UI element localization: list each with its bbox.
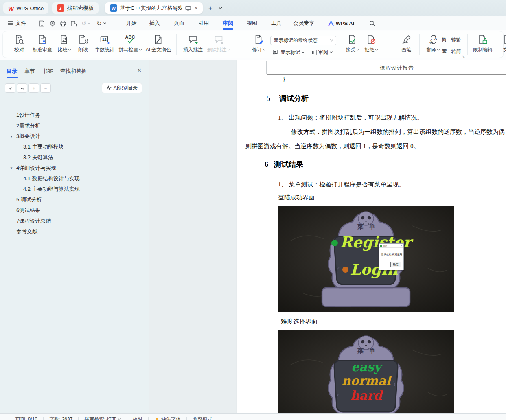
menu-file[interactable]: 文件 bbox=[7, 16, 28, 30]
sidebar-tab-find-replace[interactable]: 查找和替换 bbox=[60, 68, 87, 75]
redo-chevron-icon[interactable] bbox=[103, 20, 107, 27]
status-page-number[interactable]: 页面: 8/10 bbox=[15, 416, 37, 420]
toc-zoom-out-button[interactable]: − bbox=[40, 83, 51, 93]
tab-list-chevron-icon[interactable] bbox=[216, 4, 225, 13]
toc-item[interactable]: 6测试结果 bbox=[0, 205, 149, 216]
pen-icon bbox=[401, 34, 412, 45]
compare-button[interactable]: 比较 bbox=[58, 34, 71, 52]
print-icon[interactable] bbox=[59, 20, 67, 27]
paragraph: 1、 菜单测试：检验打开程序是否有菜单呈现。 bbox=[278, 181, 405, 188]
spell-check-button[interactable]: ABC 拼写检查 bbox=[119, 34, 142, 52]
game-menu-title: 菜单 bbox=[352, 347, 380, 355]
revision-button[interactable]: 修订 bbox=[252, 34, 266, 52]
delete-comment-button[interactable]: 删除批注 bbox=[207, 34, 230, 52]
close-tab-icon[interactable]: × bbox=[195, 5, 198, 11]
toc-zoom-in-button[interactable]: ＋ bbox=[28, 83, 39, 93]
toc-collapse-button[interactable] bbox=[5, 83, 15, 93]
translate-icon: 文A bbox=[428, 34, 438, 45]
show-markup-button[interactable]: 显示标记 bbox=[273, 49, 304, 56]
redo-icon[interactable]: ↻ bbox=[95, 20, 103, 27]
header-margin-mark bbox=[256, 74, 266, 74]
code-brace: } bbox=[283, 76, 285, 83]
image-caption: 难度选择界面 bbox=[281, 318, 318, 326]
print-preview-icon[interactable] bbox=[70, 20, 77, 27]
ai-recognize-toc-button[interactable]: AI识别目录 bbox=[102, 83, 142, 93]
toc-item[interactable]: ▼4详细设计与实现 bbox=[0, 163, 149, 173]
translate-button[interactable]: 文A 翻译 bbox=[427, 34, 440, 52]
toc-item[interactable]: 1设计任务 bbox=[0, 110, 149, 120]
collapse-ribbon-icon[interactable]: ↘ bbox=[462, 55, 465, 59]
menu-home[interactable]: 开始 bbox=[125, 16, 138, 30]
tab-document[interactable]: W 基于C++实现的九宫格游戏的 × bbox=[105, 2, 203, 14]
embedded-image-login-success[interactable]: 菜单 Register Login 消息 × 登录成功,欢迎使用 确定 bbox=[278, 206, 454, 312]
document-area[interactable]: 课程设计报告 } 5调试分析 1、 出现问题：将拼图块打乱后，可能出现无解情况。… bbox=[149, 60, 506, 413]
to-simplified-button[interactable]: 繁→ 转简 bbox=[442, 48, 461, 55]
tab-template-store[interactable]: 找稻壳模板 bbox=[52, 2, 99, 14]
document-page[interactable]: 课程设计报告 } 5调试分析 1、 出现问题：将拼图块打乱后，可能出现无解情况。… bbox=[237, 60, 506, 413]
menu-insert[interactable]: 插入 bbox=[148, 16, 162, 30]
review-pane-icon bbox=[311, 50, 317, 55]
ai-polish-icon bbox=[153, 34, 164, 45]
menu-membership[interactable]: 会员专享 bbox=[291, 16, 316, 30]
read-aloud-button[interactable]: 朗读 bbox=[78, 34, 88, 52]
toc-item[interactable]: 4.2 主要功能与算法实现 bbox=[0, 184, 149, 195]
markup-state-select[interactable]: 显示标记的最终状态 bbox=[270, 36, 336, 45]
toc-item[interactable]: ▼3概要设计 bbox=[0, 131, 149, 142]
toc-item[interactable]: 4.1 数据结构设计与实现 bbox=[0, 173, 149, 184]
toc-expand-button[interactable] bbox=[17, 83, 27, 93]
save-icon[interactable] bbox=[38, 20, 46, 27]
pen-button[interactable]: 画笔 bbox=[401, 34, 412, 52]
status-compat-mode[interactable]: 兼容模式 bbox=[193, 416, 212, 420]
sidebar-close-icon[interactable]: × bbox=[138, 67, 141, 74]
status-spell-check[interactable]: 拼写检查: 打开 bbox=[84, 416, 121, 420]
proofread-button[interactable]: 校对 bbox=[14, 34, 24, 52]
sidebar-tab-toc[interactable]: 目录 bbox=[7, 68, 17, 75]
undo-chevron-icon[interactable] bbox=[87, 20, 91, 27]
status-proofread[interactable]: 校对 bbox=[133, 416, 142, 420]
new-tab-button[interactable]: + bbox=[206, 4, 215, 13]
jian-icon: 简→ bbox=[442, 37, 450, 43]
body-row: 目录 章节 书签 查找和替换 × ＋ − AI识别目录 1设计任务 2需求分析 … bbox=[0, 60, 506, 413]
tab-wps-office[interactable]: W WPS Office bbox=[3, 2, 48, 14]
insert-comment-button[interactable]: 插入批注 bbox=[183, 34, 203, 52]
svg-text:A: A bbox=[434, 37, 437, 41]
menu-page[interactable]: 页面 bbox=[172, 16, 186, 30]
toc-item[interactable]: 5 调试分析 bbox=[0, 195, 149, 205]
menu-view[interactable]: 视图 bbox=[245, 16, 259, 30]
search-icon[interactable] bbox=[368, 20, 376, 27]
standard-review-button[interactable]: 标准审查 bbox=[33, 34, 52, 52]
status-word-count[interactable]: 字数: 2637 bbox=[49, 416, 72, 420]
toc-item[interactable]: 参考文献 bbox=[0, 226, 149, 237]
review-pane-button[interactable]: 审阅 bbox=[311, 49, 333, 56]
to-traditional-button[interactable]: 简→ 转繁 bbox=[442, 37, 461, 44]
toc-item[interactable]: 7课程设计总结 bbox=[0, 216, 149, 226]
export-pdf-icon[interactable] bbox=[48, 20, 56, 27]
menu-reference[interactable]: 引用 bbox=[197, 16, 210, 30]
word-count-button[interactable]: 12 字数统计 bbox=[95, 34, 114, 52]
accept-button[interactable]: 接受 bbox=[346, 34, 359, 52]
insert-comment-icon bbox=[188, 34, 198, 45]
sidebar-tab-bookmarks[interactable]: 书签 bbox=[42, 68, 53, 75]
collapse-arrow-icon[interactable]: ▼ bbox=[10, 166, 13, 170]
read-aloud-icon bbox=[78, 34, 88, 45]
toc-item[interactable]: 3.2 关键算法 bbox=[0, 152, 149, 163]
menu-tools[interactable]: 工具 bbox=[269, 16, 283, 30]
toc-item[interactable]: 3.1 主要功能模块 bbox=[0, 142, 149, 152]
sidebar-tab-sections[interactable]: 章节 bbox=[24, 68, 35, 75]
reject-button[interactable]: 拒绝 bbox=[365, 34, 378, 52]
embedded-image-difficulty[interactable]: 菜单 easy normal hard bbox=[278, 330, 454, 413]
menu-review[interactable]: 审阅 bbox=[221, 16, 235, 30]
restrict-edit-button[interactable]: 限制编辑 bbox=[473, 34, 493, 52]
doc-permission-button[interactable]: 文档 bbox=[503, 34, 506, 52]
dialog-close-icon: × bbox=[401, 244, 402, 247]
paragraph: 则拼图游戏有解。当逆序数为偶数，则返回 1，是奇数则返回 0。 bbox=[245, 142, 420, 150]
restrict-edit-icon bbox=[478, 34, 488, 45]
ai-polish-button[interactable]: AI 全文润色 bbox=[146, 34, 171, 52]
monitor-icon[interactable] bbox=[185, 6, 191, 11]
collapse-arrow-icon[interactable]: ▼ bbox=[10, 135, 13, 138]
word-count-icon: 12 bbox=[99, 34, 110, 45]
proofread-icon bbox=[14, 34, 24, 45]
status-missing-font[interactable]: 缺失字体 bbox=[154, 416, 181, 420]
menu-wps-ai[interactable]: WPS AI bbox=[326, 16, 356, 30]
toc-item[interactable]: 2需求分析 bbox=[0, 120, 149, 131]
